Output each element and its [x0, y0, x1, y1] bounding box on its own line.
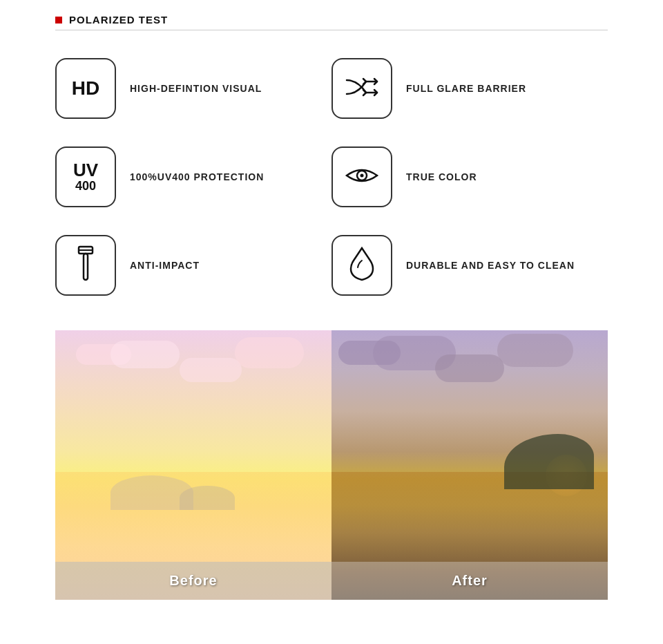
color-label: TRUE COLOR [406, 171, 477, 182]
cloud-4 [235, 337, 304, 368]
before-label: Before [169, 573, 217, 589]
uv-label: 100%UV400 PROTECTION [130, 171, 264, 182]
cloud-after-4 [497, 334, 573, 367]
svg-point-1 [361, 174, 364, 178]
impact-icon-box [55, 235, 116, 296]
feature-hd: HD HIGH-DEFINTION VISUAL [55, 58, 332, 119]
tool-icon [70, 244, 101, 287]
shuffle-icon [344, 75, 380, 102]
clean-label: DURABLE AND EASY TO CLEAN [406, 260, 575, 271]
feature-glare: FULL GLARE BARRIER [332, 58, 608, 119]
feature-color: TRUE COLOR [332, 146, 608, 207]
feature-impact: ANTI-IMPACT [55, 235, 332, 296]
after-scene: After [332, 330, 608, 600]
glare-label: FULL GLARE BARRIER [406, 83, 526, 94]
before-image: Before [55, 330, 332, 600]
before-label-bar: Before [55, 562, 332, 600]
cloud-after-3 [435, 354, 504, 382]
cloud-2 [110, 341, 180, 368]
header-indicator [55, 17, 62, 23]
feature-uv: UV 400 100%UV400 PROTECTION [55, 146, 332, 207]
impact-label: ANTI-IMPACT [130, 260, 200, 271]
island-after [504, 434, 594, 489]
after-image: After [332, 330, 608, 600]
page-container: POLARIZED TEST HD HIGH-DEFINTION VISUAL [0, 0, 663, 614]
hd-icon: HD [72, 77, 99, 100]
island-before-2 [180, 486, 235, 510]
water-before [55, 472, 332, 562]
after-label: After [452, 573, 488, 589]
after-label-bar: After [332, 562, 608, 600]
eye-icon [344, 163, 380, 191]
section-header: POLARIZED TEST [55, 14, 608, 30]
drop-icon [348, 245, 376, 285]
clean-icon-box [332, 235, 392, 296]
cloud-3 [180, 358, 242, 382]
color-icon-box [332, 146, 392, 207]
hd-icon-box: HD [55, 58, 116, 119]
glare-icon-box [332, 58, 392, 119]
hd-label: HIGH-DEFINTION VISUAL [130, 83, 262, 94]
comparison-container: Before After [55, 330, 608, 600]
features-grid: HD HIGH-DEFINTION VISUAL [55, 58, 608, 296]
before-scene: Before [55, 330, 332, 600]
uv-icon-box: UV 400 [55, 146, 116, 207]
svg-rect-3 [84, 254, 88, 280]
section-title: POLARIZED TEST [69, 14, 168, 26]
feature-clean: DURABLE AND EASY TO CLEAN [332, 235, 608, 296]
uv-icon: UV 400 [73, 160, 98, 193]
